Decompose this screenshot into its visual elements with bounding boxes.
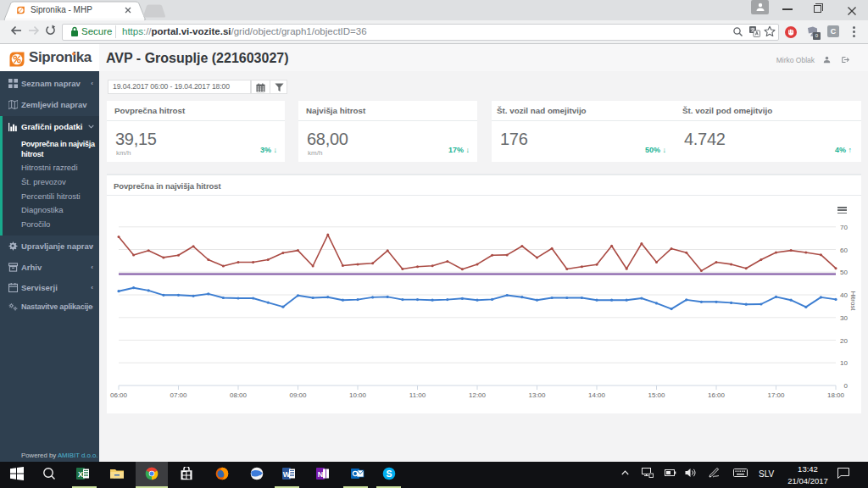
svg-text:N: N: [318, 470, 324, 479]
svg-text:40: 40: [840, 291, 848, 299]
svg-text:Hitrost: Hitrost: [849, 291, 857, 311]
svg-text:18:00: 18:00: [827, 391, 845, 399]
svg-text:10: 10: [840, 359, 848, 367]
svg-text:06:00: 06:00: [110, 391, 128, 399]
svg-text:30: 30: [840, 314, 848, 322]
svg-text:09:00: 09:00: [289, 391, 307, 399]
svg-text:12:00: 12:00: [469, 391, 487, 399]
svg-text:50: 50: [840, 269, 848, 276]
svg-text:16:00: 16:00: [708, 391, 726, 399]
svg-text:60: 60: [840, 247, 848, 254]
svg-text:14:00: 14:00: [588, 391, 606, 399]
svg-text:0: 0: [844, 382, 849, 390]
svg-text:20: 20: [840, 337, 848, 345]
svg-text:W: W: [283, 470, 291, 479]
svg-text:70: 70: [840, 224, 848, 231]
svg-text:15:00: 15:00: [648, 391, 665, 399]
svg-text:08:00: 08:00: [230, 391, 248, 399]
svg-text:S: S: [386, 469, 392, 479]
svg-text:07:00: 07:00: [170, 391, 187, 399]
svg-text:10:00: 10:00: [349, 391, 367, 399]
svg-text:11:00: 11:00: [409, 391, 426, 399]
svg-text:X: X: [78, 470, 83, 479]
svg-text:13:00: 13:00: [528, 391, 546, 399]
svg-text:17:00: 17:00: [767, 391, 785, 399]
